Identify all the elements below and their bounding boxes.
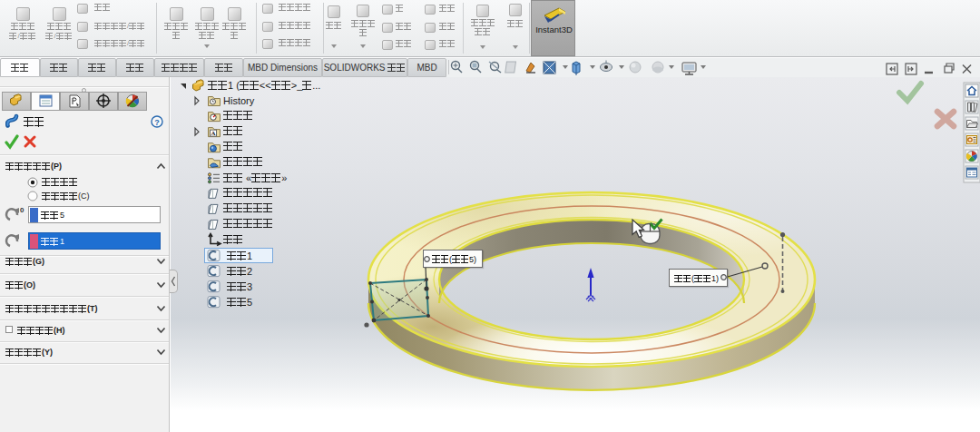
svg-text:0: 0 — [20, 206, 24, 214]
svg-text:?: ? — [154, 118, 160, 127]
svg-text:A: A — [211, 130, 215, 137]
